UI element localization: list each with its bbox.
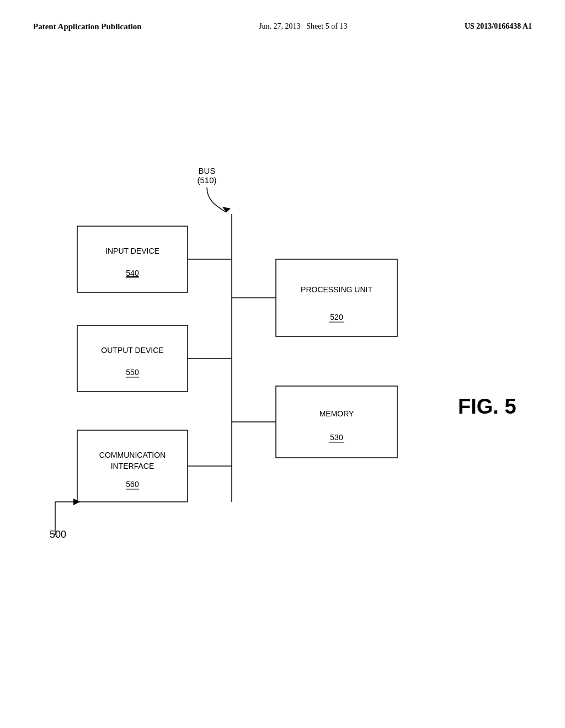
output-device-box	[77, 325, 188, 392]
input-device-label: INPUT DEVICE	[105, 247, 159, 255]
processing-unit-num: 520	[330, 313, 343, 322]
input-device-num: 540	[126, 269, 139, 277]
processing-unit-label: PROCESSING UNIT	[301, 285, 372, 294]
page: Patent Application Publication Jun. 27, …	[0, 0, 565, 728]
memory-box	[276, 386, 397, 458]
memory-label: MEMORY	[319, 409, 354, 418]
patent-diagram: BUS (510) INPUT DEVICE 540 OUTPUT DEVICE…	[0, 72, 565, 678]
input-device-box	[77, 226, 188, 292]
header-center: Jun. 27, 2013 Sheet 5 of 13	[259, 22, 347, 31]
patent-number: US 2013/0166438 A1	[465, 22, 532, 31]
output-device-num: 550	[126, 368, 139, 377]
system-num: 500	[50, 529, 66, 540]
comm-interface-label1: COMMUNICATION	[99, 451, 166, 459]
bus-num: (510)	[197, 175, 216, 185]
header: Patent Application Publication Jun. 27, …	[0, 22, 565, 31]
sheet-info: Sheet 5 of 13	[306, 22, 347, 30]
memory-num: 530	[330, 433, 343, 442]
comm-interface-num: 560	[126, 480, 139, 489]
publication-label: Patent Application Publication	[33, 22, 142, 31]
processing-unit-box	[276, 259, 397, 336]
bus-label: BUS	[199, 166, 216, 175]
fig-label: FIG. 5	[458, 395, 516, 418]
output-device-label: OUTPUT DEVICE	[101, 346, 163, 355]
comm-interface-label2: INTERFACE	[111, 462, 154, 470]
svg-marker-14	[73, 499, 80, 505]
svg-marker-0	[222, 207, 231, 212]
publication-date: Jun. 27, 2013	[259, 22, 300, 30]
